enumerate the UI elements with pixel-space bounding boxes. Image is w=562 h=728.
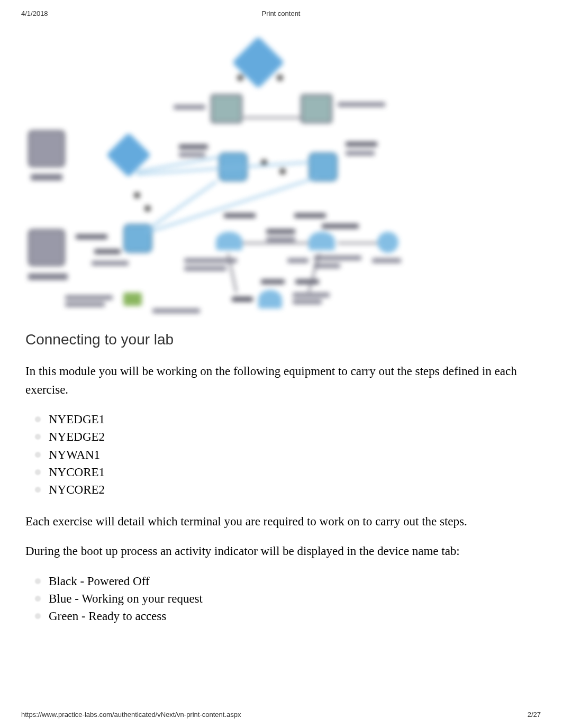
list-item: Green - Ready to access	[49, 607, 537, 625]
list-item: NYCORE2	[49, 481, 537, 498]
list-item: NYCORE1	[49, 463, 537, 481]
header-date: 4/1/2018	[21, 10, 48, 17]
footer-url: https://www.practice-labs.com/authentica…	[21, 711, 241, 718]
list-item: Blue - Working on your request	[49, 590, 537, 607]
list-item: Black - Powered Off	[49, 572, 537, 590]
print-footer: https://www.practice-labs.com/authentica…	[0, 711, 562, 718]
paragraph: During the boot up process an activity i…	[25, 542, 537, 561]
list-item: NYEDGE1	[49, 411, 537, 428]
list-item: NYEDGE2	[49, 428, 537, 445]
paragraph: Each exercise will detail which terminal…	[25, 513, 537, 531]
document-body: Connecting to your lab In this module yo…	[0, 329, 562, 625]
footer-page-number: 2/27	[528, 711, 541, 718]
section-heading: Connecting to your lab	[25, 329, 537, 351]
list-item: NYWAN1	[49, 446, 537, 463]
header-title: Print content	[262, 10, 301, 17]
equipment-list: NYEDGE1 NYEDGE2 NYWAN1 NYCORE1 NYCORE2	[25, 411, 537, 499]
intro-paragraph: In this module you will be working on th…	[25, 362, 537, 399]
network-topology-diagram	[25, 33, 406, 314]
indicator-list: Black - Powered Off Blue - Working on yo…	[25, 572, 537, 625]
